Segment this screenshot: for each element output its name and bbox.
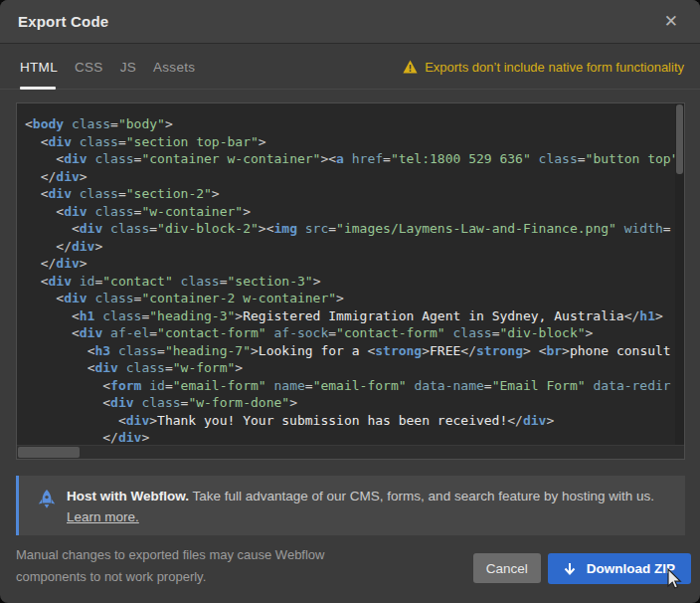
host-with-webflow-banner: Host with Webflow. Take full advantage o… xyxy=(16,476,685,535)
tab-css[interactable]: CSS xyxy=(75,45,103,89)
banner-text-bold: Host with Webflow. xyxy=(67,489,189,503)
tab-html[interactable]: HTML xyxy=(20,45,58,89)
code-content: <body class="body"> <div class="section … xyxy=(17,103,684,444)
learn-more-link[interactable]: Learn more. xyxy=(67,509,139,524)
banner-text-body: Take full advantage of our CMS, forms, a… xyxy=(189,489,654,503)
footer-note-line2: components to not work properly. xyxy=(16,566,324,588)
form-warning: Exports don’t include native form functi… xyxy=(403,60,684,75)
tab-assets[interactable]: Assets xyxy=(153,45,195,89)
download-icon xyxy=(564,562,576,576)
warning-triangle-icon xyxy=(403,60,418,74)
download-zip-button[interactable]: Download ZIP xyxy=(548,553,691,584)
download-zip-label: Download ZIP xyxy=(587,561,675,576)
rocket-icon xyxy=(36,489,58,512)
footer-note-line1: Manual changes to exported files may cau… xyxy=(16,544,324,566)
export-code-dialog: Export Code ✕ HTML CSS JS Assets Exports… xyxy=(0,0,700,603)
code-viewer[interactable]: <body class="body"> <div class="section … xyxy=(16,102,685,460)
vertical-scrollbar-thumb[interactable] xyxy=(676,104,683,174)
footer-note: Manual changes to exported files may cau… xyxy=(16,544,324,588)
warning-text: Exports don’t include native form functi… xyxy=(425,60,684,75)
tab-js[interactable]: JS xyxy=(120,45,136,89)
close-icon[interactable]: ✕ xyxy=(660,11,682,32)
vertical-scrollbar[interactable] xyxy=(675,103,684,447)
tab-bar: HTML CSS JS Assets Exports don’t include… xyxy=(0,45,700,90)
tabs: HTML CSS JS Assets xyxy=(20,45,195,89)
footer-buttons: Cancel Download ZIP xyxy=(473,553,691,584)
dialog-titlebar: Export Code ✕ xyxy=(0,0,700,44)
dialog-title: Export Code xyxy=(18,13,108,30)
banner-text: Host with Webflow. Take full advantage o… xyxy=(67,486,654,527)
horizontal-scrollbar[interactable] xyxy=(17,445,684,459)
horizontal-scrollbar-thumb[interactable] xyxy=(18,447,80,458)
cancel-button[interactable]: Cancel xyxy=(473,553,541,583)
